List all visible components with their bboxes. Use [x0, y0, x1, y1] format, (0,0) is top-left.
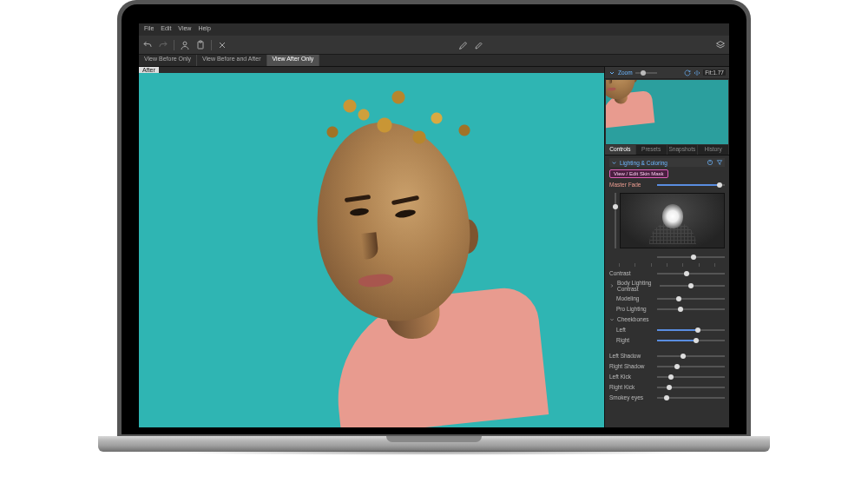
slider-body-lighting-contrast[interactable]: Body Lighting Contrast — [609, 280, 725, 292]
slider-label: Left Kick — [609, 374, 654, 380]
slider-cheek-left[interactable]: Left — [609, 326, 725, 334]
tab-view-before-after[interactable]: View Before and After — [197, 55, 267, 66]
slider-label: Contrast — [609, 270, 654, 276]
close-button[interactable] — [217, 40, 227, 50]
undo-button[interactable] — [142, 40, 153, 50]
slider-label: Right Kick — [609, 384, 654, 390]
chevron-right-icon — [609, 283, 615, 288]
slider-contrast[interactable]: Contrast — [609, 269, 725, 277]
group-cheekbones[interactable]: Cheekbones — [609, 315, 725, 323]
redo-button[interactable] — [158, 40, 168, 50]
controls-panel: Lighting & Coloring View / Edit Skin Mas… — [605, 155, 729, 427]
tab-view-before-only[interactable]: View Before Only — [139, 55, 197, 66]
tab-snapshots[interactable]: Snapshots — [667, 145, 699, 155]
trackpad-notch — [386, 436, 482, 442]
laptop-frame: File Edit View Help — [117, 0, 751, 483]
slider-label: Right — [609, 337, 654, 343]
portrait-content — [256, 73, 534, 417]
app-window: File Edit View Help — [139, 23, 729, 427]
slider-face-horizontal[interactable] — [609, 253, 725, 261]
zoom-value: Fit:1.77 — [703, 69, 726, 76]
zoom-slider[interactable] — [635, 72, 657, 74]
scale-ticks — [611, 263, 723, 267]
slider-left-kick[interactable]: Left Kick — [609, 373, 725, 380]
shadow — [169, 450, 699, 455]
chevron-down-icon[interactable] — [608, 69, 615, 76]
clipboard-button[interactable] — [195, 40, 206, 50]
slider-label: Body Lighting Contrast — [617, 280, 657, 292]
clipboard-icon — [195, 40, 206, 50]
menu-help[interactable]: Help — [198, 25, 210, 34]
redo-icon — [158, 40, 168, 50]
power-icon[interactable] — [707, 159, 713, 166]
brush-b-button[interactable] — [474, 40, 484, 50]
navigator-thumbnail[interactable] — [606, 80, 728, 144]
svg-point-0 — [183, 42, 187, 45]
slider-smokey-eyes[interactable]: Smokey eyes — [609, 394, 725, 401]
section-title: Lighting & Coloring — [620, 160, 667, 166]
menubar: File Edit View Help — [139, 23, 729, 36]
undo-icon — [142, 40, 153, 50]
group-label: Cheekbones — [617, 316, 657, 322]
section-lighting-coloring[interactable]: Lighting & Coloring — [609, 158, 725, 167]
slider-pro-lighting[interactable]: Pro Lighting — [609, 305, 725, 313]
brush-icon — [458, 40, 469, 50]
chevron-down-icon — [609, 317, 615, 322]
slider-modeling[interactable]: Modeling — [609, 294, 725, 302]
tab-controls[interactable]: Controls — [605, 145, 636, 155]
side-tabs: Controls Presets Snapshots History — [605, 145, 729, 155]
menu-file[interactable]: File — [144, 25, 154, 34]
slider-master-fade[interactable]: Master Fade — [609, 181, 725, 189]
menu-view[interactable]: View — [178, 25, 191, 34]
profile-button[interactable] — [180, 40, 190, 50]
toolbar — [139, 36, 729, 55]
photo-viewport[interactable] — [139, 73, 604, 427]
slider-label: Left Shadow — [609, 353, 654, 359]
face-vertical-slider[interactable] — [615, 193, 616, 248]
person-icon — [180, 40, 190, 50]
after-badge: After — [139, 67, 159, 73]
screen-inner: File Edit View Help — [122, 4, 746, 434]
toolbar-divider — [211, 40, 212, 50]
view-edit-skin-mask-button[interactable]: View / Edit Skin Mask — [609, 169, 668, 178]
slider-right-shadow[interactable]: Right Shadow — [609, 362, 725, 370]
slider-label: Pro Lighting — [609, 306, 654, 312]
slider-left-shadow[interactable]: Left Shadow — [609, 352, 725, 360]
zoom-row: Zoom Fit:1.77 — [605, 67, 729, 79]
tab-view-after-only[interactable]: View After Only — [267, 55, 320, 66]
slider-label: Left — [609, 327, 654, 333]
chevron-down-icon — [611, 160, 617, 166]
face-direction-widget[interactable] — [620, 193, 725, 248]
main-area: After — [139, 67, 729, 427]
rotate-icon[interactable] — [684, 69, 691, 76]
funnel-icon[interactable] — [716, 159, 723, 166]
slider-label: Modeling — [609, 295, 654, 301]
menu-edit[interactable]: Edit — [161, 25, 171, 34]
toolbar-divider — [174, 40, 174, 50]
layers-icon — [715, 40, 726, 50]
screen-bezel: File Edit View Help — [117, 0, 751, 439]
slider-label: Master Fade — [609, 182, 654, 188]
slider-label: Right Shadow — [609, 363, 654, 369]
view-tabs: View Before Only View Before and After V… — [139, 55, 729, 67]
canvas: After — [139, 67, 604, 427]
zoom-label: Zoom — [618, 69, 633, 76]
close-icon — [217, 40, 227, 50]
side-panel: Zoom Fit:1.77 — [604, 67, 729, 427]
slider-right-kick[interactable]: Right Kick — [609, 383, 725, 391]
slider-cheek-right[interactable]: Right — [609, 336, 725, 344]
brush-outline-icon — [474, 40, 484, 50]
slider-label: Smokey eyes — [609, 394, 654, 400]
tab-history[interactable]: History — [698, 145, 729, 155]
flip-icon[interactable] — [694, 69, 700, 76]
tab-presets[interactable]: Presets — [636, 145, 667, 155]
layers-button[interactable] — [715, 40, 726, 50]
brush-a-button[interactable] — [458, 40, 469, 50]
face-lighting-widget — [609, 193, 725, 248]
